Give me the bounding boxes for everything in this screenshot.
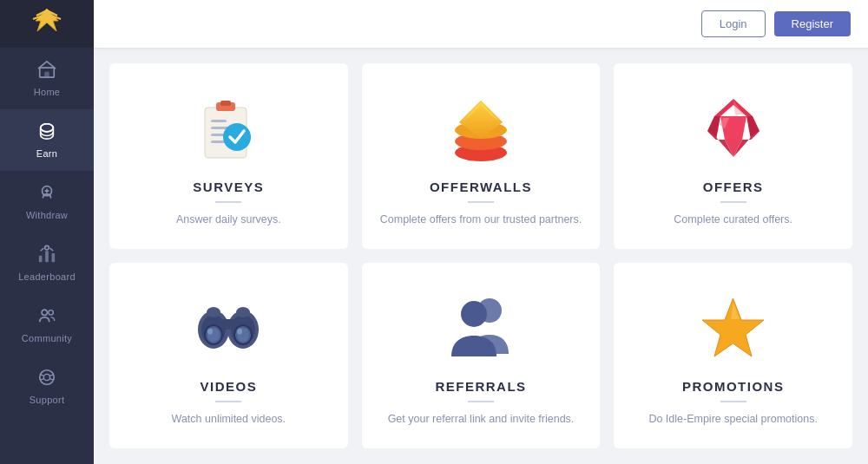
earn-cards-grid: SURVEYS Answer daily surveys.	[109, 63, 852, 448]
earn-icon	[37, 121, 56, 144]
svg-point-59	[236, 307, 250, 317]
svg-rect-25	[211, 120, 227, 122]
offerwalls-icon	[442, 89, 520, 167]
svg-rect-10	[39, 256, 43, 262]
sidebar: Home Earn Withdraw	[0, 0, 94, 464]
svg-rect-11	[45, 251, 49, 262]
offers-icon	[694, 89, 773, 167]
svg-point-53	[207, 329, 213, 335]
svg-point-17	[43, 374, 49, 380]
card-surveys[interactable]: SURVEYS Answer daily surveys.	[109, 63, 348, 249]
svg-rect-6	[44, 72, 49, 77]
svg-point-61	[461, 301, 487, 327]
sidebar-item-community[interactable]: Community	[0, 294, 94, 356]
sidebar-item-home[interactable]: Home	[0, 48, 94, 109]
sidebar-item-withdraw-label: Withdraw	[26, 210, 68, 220]
topbar: Login Register	[94, 0, 868, 48]
sidebar-item-withdraw[interactable]: Withdraw	[0, 171, 94, 232]
svg-rect-12	[52, 253, 56, 262]
card-referrals[interactable]: REFERRALS Get your referral link and inv…	[362, 263, 601, 448]
offerwalls-desc: Complete offers from our trusted partner…	[380, 212, 582, 228]
sidebar-item-leaderboard[interactable]: Leaderboard	[0, 232, 94, 294]
surveys-title: SURVEYS	[193, 180, 264, 194]
svg-point-57	[237, 329, 242, 335]
videos-divider	[215, 401, 241, 402]
svg-point-29	[223, 123, 251, 151]
promotions-divider	[720, 401, 746, 402]
card-promotions[interactable]: PROMOTIONS Do Idle-Empire special promot…	[614, 263, 852, 448]
svg-point-13	[45, 245, 49, 250]
sidebar-item-community-label: Community	[22, 333, 72, 343]
sidebar-item-home-label: Home	[34, 87, 61, 97]
offers-desc: Complete curated offers.	[674, 212, 792, 228]
sidebar-item-earn-label: Earn	[36, 148, 57, 159]
home-icon	[37, 60, 56, 82]
svg-point-14	[42, 310, 47, 315]
main-content: SURVEYS Answer daily surveys.	[94, 48, 868, 464]
svg-point-8	[41, 124, 54, 132]
login-button[interactable]: Login	[701, 10, 766, 37]
support-icon	[37, 368, 56, 390]
logo-icon	[29, 5, 65, 42]
sidebar-item-support[interactable]: Support	[0, 356, 94, 417]
referrals-icon	[442, 289, 520, 367]
register-button[interactable]: Register	[774, 11, 851, 36]
card-offers[interactable]: OFFERS Complete curated offers.	[614, 63, 852, 249]
referrals-desc: Get your referral link and invite friend…	[388, 411, 575, 428]
promotions-desc: Do Idle-Empire special promotions.	[648, 411, 818, 428]
svg-point-15	[49, 310, 54, 316]
card-videos[interactable]: VIDEOS Watch unlimited videos.	[109, 263, 348, 448]
svg-rect-49	[222, 319, 234, 330]
sidebar-item-support-label: Support	[30, 395, 65, 405]
svg-marker-0	[36, 9, 58, 31]
logo-area	[0, 0, 94, 48]
sidebar-item-leaderboard-label: Leaderboard	[18, 271, 76, 282]
videos-desc: Watch unlimited videos.	[172, 411, 286, 428]
sidebar-item-earn[interactable]: Earn	[0, 109, 94, 171]
surveys-divider	[215, 201, 241, 203]
card-offerwalls[interactable]: OFFERWALLS Complete offers from our trus…	[362, 63, 601, 249]
promotions-title: PROMOTIONS	[682, 379, 785, 394]
svg-marker-36	[714, 99, 753, 116]
svg-point-58	[207, 307, 220, 317]
leaderboard-icon	[37, 245, 56, 267]
withdraw-icon	[37, 183, 56, 206]
community-icon	[37, 306, 56, 329]
svg-rect-24	[220, 101, 231, 106]
offers-title: OFFERS	[703, 180, 764, 194]
videos-title: VIDEOS	[200, 379, 257, 394]
videos-icon	[189, 289, 267, 367]
referrals-title: REFERRALS	[435, 379, 526, 394]
offers-divider	[720, 201, 746, 203]
surveys-icon	[189, 89, 267, 167]
surveys-desc: Answer daily surveys.	[176, 212, 281, 228]
offerwalls-divider	[468, 201, 494, 203]
svg-point-16	[40, 370, 55, 385]
referrals-divider	[468, 401, 494, 402]
offerwalls-title: OFFERWALLS	[430, 180, 532, 194]
promotions-icon	[694, 289, 773, 367]
